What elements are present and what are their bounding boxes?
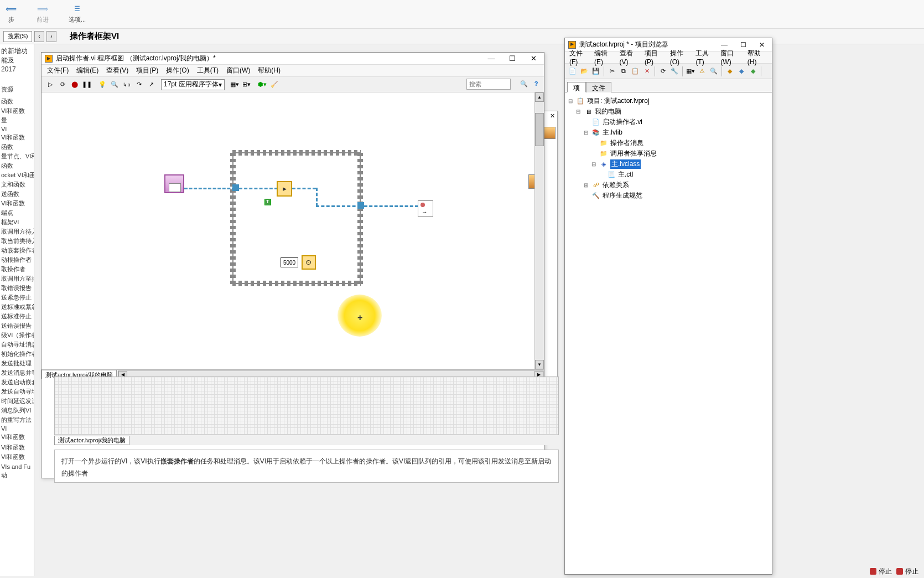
launch-actor-subvi[interactable]	[277, 181, 292, 197]
close-button[interactable]: ✕	[755, 41, 769, 49]
palette-item[interactable]: 送函数	[0, 189, 34, 199]
tunnel-in[interactable]	[232, 184, 239, 191]
palette-item[interactable]: 动嵌套操作者	[0, 246, 34, 255]
distribute-button[interactable]: ⊞▾	[241, 79, 252, 90]
tree-build-specs[interactable]: 🔨 程序生成规范	[567, 190, 770, 201]
tree-main-ctl[interactable]: 📃 主.ctl	[567, 169, 770, 180]
find-icon[interactable]: 🔍	[708, 66, 719, 77]
menu-edit[interactable]: 编辑(E)	[76, 66, 98, 75]
menu-help[interactable]: 帮助(H)	[258, 66, 281, 75]
expand-icon[interactable]: ⊞	[583, 182, 589, 188]
palette-item[interactable]: VI和函数	[0, 106, 34, 116]
close-button[interactable]: ✕	[526, 54, 541, 63]
palette-item[interactable]: 框架VI	[0, 218, 34, 227]
palette-item[interactable]: 发送消息并等	[0, 368, 34, 378]
tree-caller-msgs[interactable]: 📁 调用者独享消息	[567, 148, 770, 159]
palette-item[interactable]: 发送批处理	[0, 359, 34, 368]
boolean-true-constant[interactable]	[264, 199, 271, 205]
cleanup-button[interactable]: 🧹	[269, 79, 280, 90]
front-panel-grid[interactable]	[54, 376, 559, 435]
menu-window[interactable]: 窗口(W)	[226, 66, 250, 75]
tree-main-lvclass[interactable]: ⊟ ◈ 主.lvclass	[567, 159, 770, 169]
tree-main-lvlib[interactable]: ⊟ 📚 主.lvlib	[567, 127, 770, 138]
palette-item[interactable]: 级VI（操作者	[0, 331, 34, 340]
palette-item[interactable]: 消息队列VI	[0, 406, 34, 415]
open-icon[interactable]: 📂	[579, 66, 590, 77]
palette-item[interactable]: 动根操作者	[0, 255, 34, 265]
bd-canvas[interactable]: 5000 + ▲ ▼	[41, 92, 544, 369]
bd-titlebar[interactable]: 启动操作者.vi 程序框图 （测试actor.lvproj/我的电脑）* — ☐…	[41, 53, 544, 65]
save-icon[interactable]: 💾	[590, 66, 601, 77]
vertical-scrollbar[interactable]: ▲ ▼	[534, 92, 544, 369]
menu-project[interactable]: 项目(P)	[136, 66, 158, 75]
font-selector[interactable]: 17pt 应用程序字体▾	[161, 79, 225, 90]
help-icon[interactable]: ?	[531, 78, 542, 89]
palette-item[interactable]: 发送启动嵌套	[0, 378, 34, 387]
menu-view[interactable]: 查看(V)	[106, 66, 128, 75]
palette-item[interactable]: 送紧急停止	[0, 293, 34, 302]
expand-icon[interactable]: ⊟	[583, 130, 589, 136]
palette-item[interactable]: 取操作者	[0, 265, 34, 274]
wire[interactable]	[364, 205, 418, 207]
scroll-down-arrow[interactable]: ▼	[535, 360, 544, 369]
tunnel-out[interactable]	[357, 202, 364, 209]
menu-tools[interactable]: 工具(T)	[695, 49, 715, 66]
properties-icon[interactable]: 🔧	[669, 66, 680, 77]
tree-launch-vi[interactable]: 📄 启动操作者.vi	[567, 117, 770, 127]
numeric-constant[interactable]: 5000	[281, 257, 298, 267]
wire[interactable]	[239, 188, 278, 189]
palette-item[interactable]: 取当前类待入	[0, 236, 34, 246]
filter-icon[interactable]: ▦▾	[685, 66, 696, 77]
search-icon[interactable]: 🔍	[518, 78, 530, 89]
palette-item[interactable]: 文和函数	[0, 180, 34, 189]
tab-items[interactable]: 项	[567, 82, 586, 92]
status-stop-1[interactable]: 停止	[870, 567, 892, 576]
reorder-button[interactable]: ⬢▾	[257, 79, 268, 90]
menu-window[interactable]: 窗口(W)	[720, 49, 742, 66]
wire[interactable]	[316, 188, 318, 207]
palette-item[interactable]: VI和函数	[0, 452, 34, 462]
palette-item[interactable]: 函数	[0, 161, 34, 171]
next-mini-button[interactable]: ›	[46, 31, 56, 42]
menu-project[interactable]: 项目(P)	[645, 49, 665, 66]
palette-item[interactable]: 函数	[0, 97, 34, 106]
run-button[interactable]: ▷	[45, 79, 56, 90]
tree-my-computer[interactable]: ⊟ 🖥 我的电脑	[567, 106, 770, 117]
align-button[interactable]: ▦▾	[229, 79, 240, 90]
copy-icon[interactable]: ⧉	[618, 66, 629, 77]
scroll-thumb[interactable]	[535, 113, 544, 146]
menu-tools[interactable]: 工具(T)	[197, 66, 219, 75]
status-stop-2[interactable]: 停止	[896, 567, 918, 576]
palette-item[interactable]: VI和函数	[0, 443, 34, 452]
new-icon[interactable]: 📄	[567, 66, 578, 77]
paste-icon[interactable]: 📋	[630, 66, 641, 77]
wait-ms-function[interactable]	[302, 255, 316, 270]
palette-item[interactable]: 量	[0, 116, 34, 125]
palette-item[interactable]: 送标准停止	[0, 312, 34, 321]
palette-item[interactable]: 自动寻址消息	[0, 340, 34, 349]
minimize-button[interactable]: —	[718, 41, 731, 49]
palette-item[interactable]: 的重写方法	[0, 415, 34, 425]
menu-edit[interactable]: 编辑(E)	[594, 49, 614, 66]
menu-view[interactable]: 查看(V)	[620, 49, 640, 66]
bd-search-input[interactable]	[466, 79, 511, 90]
wire[interactable]	[316, 205, 361, 207]
forward-button[interactable]: ⟹ 前进	[31, 3, 54, 24]
tree-root[interactable]: ⊟ 📋 项目: 测试actor.lvproj	[567, 96, 770, 106]
menu-file[interactable]: 文件(F)	[569, 49, 589, 66]
step-out-button[interactable]: ↗	[146, 79, 157, 90]
palette-item[interactable]: 函数	[0, 142, 34, 152]
palette-item[interactable]: 送错误报告	[0, 321, 34, 331]
retain-wire-button[interactable]: 🔍	[109, 79, 120, 90]
scroll-up-arrow[interactable]: ▲	[535, 92, 544, 102]
palette-item[interactable]: 取错误报告	[0, 283, 34, 293]
menu-operate[interactable]: 操作(O)	[670, 49, 691, 66]
search-mini-button[interactable]: 搜索(S)	[3, 31, 32, 42]
menu-operate[interactable]: 操作(O)	[166, 66, 189, 75]
palette-item[interactable]: VI和函数	[0, 133, 34, 142]
palette-item[interactable]: 量节点、VI和	[0, 152, 34, 161]
palette-item[interactable]: 送标准或紧急	[0, 302, 34, 312]
expand-icon[interactable]: ⊟	[575, 109, 582, 115]
deploy-icon[interactable]: ◆	[736, 66, 747, 77]
palette-item[interactable]: VI和函数	[0, 199, 34, 208]
